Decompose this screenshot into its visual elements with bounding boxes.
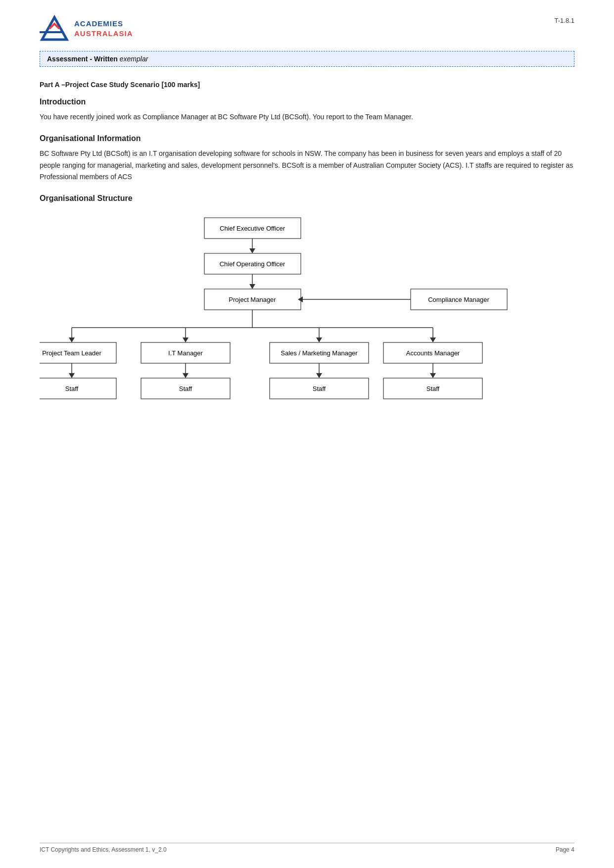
footer-right: Page 4 — [556, 846, 574, 853]
org-info-body: BC Software Pty Ltd (BCSoft) is an I.T o… — [40, 148, 574, 183]
org-structure-heading: Organisational Structure — [40, 194, 574, 203]
org-info-heading: Organisational Information — [40, 134, 574, 143]
svg-marker-20 — [316, 338, 322, 342]
svg-marker-18 — [183, 338, 189, 342]
pm-label: Project Manager — [229, 296, 276, 303]
doc-ref: T-1.8.1 — [555, 15, 574, 24]
org-chart: Chief Executive Officer Chief Operating … — [40, 213, 574, 411]
part-title: Part A –Project Case Study Scenario [100… — [40, 81, 574, 89]
staff-ptl-label: Staff — [65, 385, 79, 392]
section-banner: Assessment - Written exemplar — [40, 51, 574, 67]
staff-itm-label: Staff — [179, 385, 192, 392]
logo: ACADEMIES AUSTRALASIA — [40, 15, 133, 42]
introduction-body: You have recently joined work as Complia… — [40, 111, 574, 123]
svg-marker-30 — [183, 373, 189, 378]
introduction-heading: Introduction — [40, 97, 574, 106]
ceo-label: Chief Executive Officer — [220, 225, 285, 232]
logo-icon — [40, 15, 69, 42]
itm-label: I.T Manager — [168, 349, 203, 357]
svg-marker-0 — [42, 17, 67, 40]
header: ACADEMIES AUSTRALASIA T-1.8.1 — [40, 15, 574, 42]
coo-label: Chief Operating Officer — [220, 260, 285, 268]
svg-marker-22 — [430, 338, 436, 342]
am-label: Accounts Manager — [406, 349, 460, 357]
staff-smm-label: Staff — [313, 385, 326, 392]
cm-label: Compliance Manager — [428, 296, 489, 303]
logo-line2: AUSTRALASIA — [74, 29, 133, 39]
svg-marker-16 — [69, 338, 75, 342]
staff-am-label: Staff — [426, 385, 440, 392]
svg-marker-32 — [316, 373, 322, 378]
banner-italic: exemplar — [120, 55, 148, 63]
footer: ICT Copyrights and Ethics, Assessment 1,… — [40, 843, 574, 853]
ptl-label: Project Team Leader — [42, 349, 101, 357]
logo-line1: ACADEMIES — [74, 19, 133, 29]
logo-text: ACADEMIES AUSTRALASIA — [74, 19, 133, 38]
org-chart-svg: Chief Executive Officer Chief Operating … — [40, 213, 574, 411]
svg-marker-5 — [249, 248, 255, 253]
page: ACADEMIES AUSTRALASIA T-1.8.1 Assessment… — [0, 0, 614, 868]
svg-marker-28 — [69, 373, 75, 378]
banner-label: Assessment - Written — [47, 55, 120, 63]
smm-label: Sales / Marketing Manager — [281, 349, 358, 357]
svg-marker-8 — [249, 284, 255, 289]
svg-marker-34 — [430, 373, 436, 378]
footer-left: ICT Copyrights and Ethics, Assessment 1,… — [40, 846, 167, 853]
